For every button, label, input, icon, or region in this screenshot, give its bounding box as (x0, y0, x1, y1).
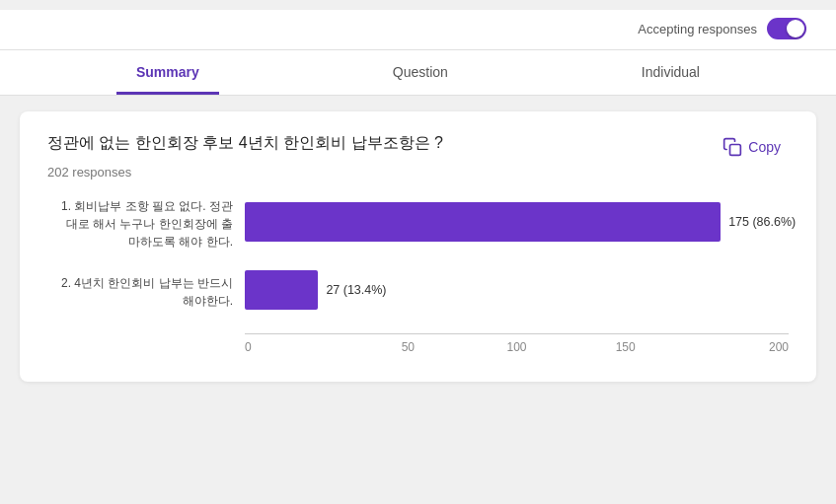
tab-individual[interactable]: Individual (622, 50, 720, 95)
bar-value-1: 175 (86.6%) (728, 215, 796, 229)
chart-area: 1. 회비납부 조항 필요 없다. 정관대로 해서 누구나 한인회장에 출마하도… (47, 197, 789, 354)
bar-label-2: 2. 4년치 한인회비 납부는 반드시해야한다. (47, 274, 245, 310)
svg-rect-0 (730, 145, 741, 156)
x-tick-50: 50 (353, 340, 462, 354)
tab-question[interactable]: Question (373, 50, 468, 95)
tab-summary[interactable]: Summary (116, 50, 219, 95)
bar-row-1: 1. 회비납부 조항 필요 없다. 정관대로 해서 누구나 한인회장에 출마하도… (47, 197, 789, 251)
bar-wrap-2: 27 (13.4%) (245, 270, 789, 314)
accepting-label: Accepting responses (638, 22, 757, 36)
bar-value-2: 27 (13.4%) (326, 283, 386, 297)
bar-label-1: 1. 회비납부 조항 필요 없다. 정관대로 해서 누구나 한인회장에 출마하도… (47, 197, 245, 251)
page-container: Accepting responses Summary Question Ind… (0, 0, 836, 504)
survey-card: 정관에 없는 한인회장 후보 4년치 한인회비 납부조항은 ? Copy 202… (20, 111, 816, 382)
question-title: 정관에 없는 한인회장 후보 4년치 한인회비 납부조항은 ? (47, 133, 715, 154)
x-axis: 0 50 100 150 200 (245, 333, 789, 354)
accepting-toggle[interactable] (767, 18, 806, 39)
x-tick-0: 0 (245, 340, 353, 354)
copy-button[interactable]: Copy (715, 133, 789, 161)
card-header: 정관에 없는 한인회장 후보 4년치 한인회비 납부조항은 ? Copy (47, 133, 789, 161)
bar-wrap-1: 175 (86.6%) (245, 202, 789, 246)
toggle-knob (787, 20, 804, 37)
copy-icon (722, 137, 742, 157)
bar-fill-2 (245, 270, 318, 310)
response-count: 202 responses (47, 165, 789, 180)
bar-fill-1 (245, 202, 721, 242)
x-tick-150: 150 (571, 340, 680, 354)
top-bar: Accepting responses (0, 10, 836, 50)
bar-row-2: 2. 4년치 한인회비 납부는 반드시해야한다. 27 (13.4%) (47, 270, 789, 314)
x-tick-100: 100 (462, 340, 570, 354)
copy-label: Copy (748, 139, 781, 155)
tabs-container: Summary Question Individual (0, 50, 836, 96)
x-tick-200: 200 (680, 340, 789, 354)
